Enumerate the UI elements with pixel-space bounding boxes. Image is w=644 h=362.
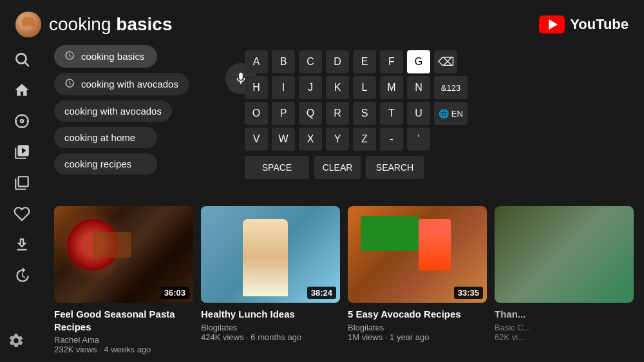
sidebar-item-downloads[interactable] bbox=[5, 231, 39, 259]
key-J[interactable]: J bbox=[299, 76, 322, 99]
key-T[interactable]: T bbox=[380, 102, 403, 125]
videos-section: 36:03 Feel Good Seasonal Pasta Recipes R… bbox=[44, 206, 644, 362]
key-action-row: SPACE CLEAR SEARCH bbox=[245, 156, 483, 179]
key-Y[interactable]: Y bbox=[326, 128, 349, 151]
key-backspace[interactable]: ⌫ bbox=[434, 50, 457, 73]
subscriptions-icon bbox=[14, 144, 30, 160]
key-S[interactable]: S bbox=[353, 102, 376, 125]
key-dash[interactable]: - bbox=[380, 128, 403, 151]
explore-icon bbox=[14, 113, 30, 129]
suggestion-item-3[interactable]: cooking with avocados bbox=[54, 100, 172, 122]
key-numbers[interactable]: &123 bbox=[434, 76, 468, 99]
key-O[interactable]: O bbox=[245, 102, 268, 125]
key-row-1: A B C D E F G ⌫ bbox=[245, 50, 483, 73]
key-D[interactable]: D bbox=[326, 50, 349, 73]
key-Z[interactable]: Z bbox=[353, 128, 376, 151]
key-B[interactable]: B bbox=[272, 50, 295, 73]
key-language[interactable]: 🌐 EN bbox=[434, 102, 468, 125]
key-G[interactable]: G bbox=[407, 50, 430, 73]
key-apostrophe[interactable]: ' bbox=[407, 128, 430, 151]
video-card-4[interactable]: Than... Basic C... 62K vi... bbox=[495, 206, 634, 354]
liked-icon bbox=[14, 205, 30, 222]
history-icon-2 bbox=[64, 78, 75, 90]
suggestion-item-5[interactable]: cooking recipes bbox=[54, 153, 157, 175]
key-W[interactable]: W bbox=[272, 128, 295, 151]
sidebar-item-history[interactable] bbox=[5, 262, 39, 290]
video-thumb-1: 36:03 bbox=[54, 206, 193, 303]
video-card-1[interactable]: 36:03 Feel Good Seasonal Pasta Recipes R… bbox=[54, 206, 193, 354]
sidebar-item-liked[interactable] bbox=[5, 200, 39, 228]
suggestion-text-2: cooking with avocados bbox=[81, 79, 178, 90]
key-C[interactable]: C bbox=[299, 50, 322, 73]
key-M[interactable]: M bbox=[380, 76, 403, 99]
video-title-4: Than... bbox=[495, 308, 634, 321]
key-K[interactable]: K bbox=[326, 76, 349, 99]
video-meta-1: 232K views · 4 weeks ago bbox=[54, 345, 193, 354]
title-normal: cooking bbox=[49, 14, 116, 34]
video-duration-1: 36:03 bbox=[160, 287, 189, 299]
downloads-icon bbox=[14, 236, 30, 253]
key-V[interactable]: V bbox=[245, 128, 268, 151]
sidebar-item-explore[interactable] bbox=[5, 107, 39, 135]
sidebar-item-subscriptions[interactable] bbox=[5, 138, 39, 166]
video-channel-1: Rachel Ama bbox=[54, 335, 193, 345]
suggestion-text-1: cooking basics bbox=[81, 51, 144, 62]
key-I[interactable]: I bbox=[272, 76, 295, 99]
header-left: cooking basics bbox=[15, 12, 172, 37]
video-age-1: 4 weeks ago bbox=[104, 345, 151, 354]
video-title-3: 5 Easy Avocado Recipes bbox=[348, 308, 487, 321]
suggestion-text-3: cooking with avocados bbox=[64, 106, 162, 117]
header: cooking basics YouTube bbox=[0, 0, 644, 45]
video-card-3[interactable]: 33:35 5 Easy Avocado Recipes Blogilates … bbox=[348, 206, 487, 354]
sidebar-item-library[interactable] bbox=[5, 169, 39, 197]
key-N[interactable]: N bbox=[407, 76, 430, 99]
video-views-2: 424K views bbox=[201, 332, 243, 342]
youtube-logo: YouTube bbox=[539, 15, 629, 33]
suggestion-text-5: cooking recipes bbox=[64, 158, 131, 169]
key-search[interactable]: SEARCH bbox=[366, 156, 424, 179]
video-channel-2: Blogilates bbox=[201, 323, 340, 332]
key-F[interactable]: F bbox=[380, 50, 403, 73]
keyboard: A B C D E F G ⌫ H I J K L M N &123 O P Q… bbox=[245, 50, 483, 179]
sidebar-item-settings[interactable] bbox=[8, 332, 24, 352]
key-space[interactable]: SPACE bbox=[245, 156, 309, 179]
video-meta-4: 62K vi... bbox=[495, 332, 634, 342]
sidebar-item-home[interactable] bbox=[5, 76, 39, 104]
key-P[interactable]: P bbox=[272, 102, 295, 125]
youtube-icon bbox=[539, 15, 565, 33]
key-L[interactable]: L bbox=[353, 76, 376, 99]
video-meta-3: 1M views · 1 year ago bbox=[348, 332, 487, 342]
suggestion-item-2[interactable]: cooking with avocados bbox=[54, 73, 189, 95]
key-X[interactable]: X bbox=[299, 128, 322, 151]
search-icon bbox=[14, 51, 30, 68]
avatar[interactable] bbox=[15, 12, 41, 37]
key-A[interactable]: A bbox=[245, 50, 268, 73]
key-E[interactable]: E bbox=[353, 50, 376, 73]
suggestion-text-4: cooking at home bbox=[64, 132, 135, 143]
key-clear[interactable]: CLEAR bbox=[314, 156, 361, 179]
video-views-1: 232K views bbox=[54, 345, 97, 354]
suggestion-item-1[interactable]: cooking basics bbox=[54, 45, 157, 68]
video-card-2[interactable]: 38:24 Healthy Lunch Ideas Blogilates 424… bbox=[201, 206, 340, 354]
suggestion-item-4[interactable]: cooking at home bbox=[54, 127, 157, 148]
video-age-3: 1 year ago bbox=[390, 332, 429, 342]
sidebar-item-search[interactable] bbox=[5, 45, 39, 73]
key-U[interactable]: U bbox=[407, 102, 430, 125]
video-thumb-3: 33:35 bbox=[348, 206, 487, 303]
video-title-1: Feel Good Seasonal Pasta Recipes bbox=[54, 308, 193, 333]
history-icon-sidebar bbox=[14, 267, 30, 284]
history-icon-1 bbox=[64, 50, 75, 62]
video-duration-2: 38:24 bbox=[307, 287, 336, 299]
home-icon bbox=[14, 82, 30, 99]
key-H[interactable]: H bbox=[245, 76, 268, 99]
video-views-4: 62K vi... bbox=[495, 332, 525, 342]
suggestions-list: cooking basics cooking with avocados coo… bbox=[54, 45, 234, 175]
sidebar bbox=[0, 45, 44, 356]
keyboard-container: A B C D E F G ⌫ H I J K L M N &123 O P Q… bbox=[245, 50, 483, 179]
svg-point-3 bbox=[21, 120, 23, 122]
key-row-3: O P Q R S T U 🌐 EN bbox=[245, 102, 483, 125]
page-title: cooking basics bbox=[49, 14, 172, 35]
video-thumb-2: 38:24 bbox=[201, 206, 340, 303]
key-R[interactable]: R bbox=[326, 102, 349, 125]
key-Q[interactable]: Q bbox=[299, 102, 322, 125]
